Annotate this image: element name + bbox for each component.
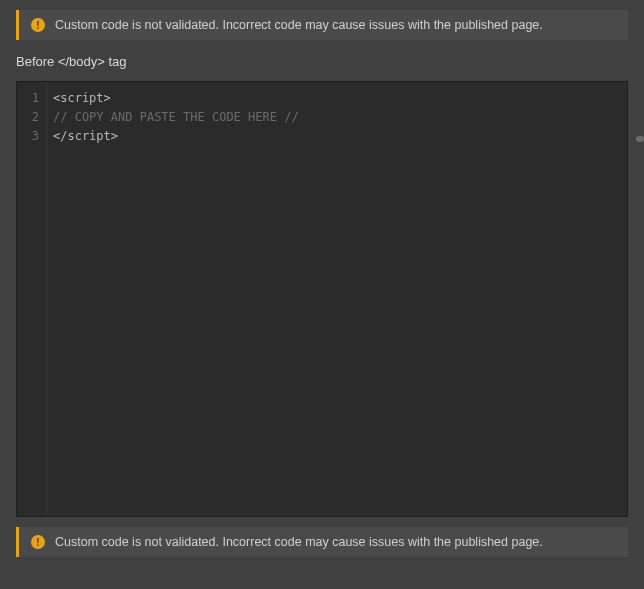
code-line: // COPY AND PASTE THE CODE HERE // [53, 110, 299, 124]
line-number: 2 [17, 108, 46, 127]
warning-text: Custom code is not validated. Incorrect … [55, 535, 543, 549]
code-editor[interactable]: 1 2 3 <script> // COPY AND PASTE THE COD… [16, 81, 628, 517]
scrollbar-thumb[interactable] [636, 136, 644, 142]
line-number: 3 [17, 127, 46, 146]
warning-icon [31, 535, 45, 549]
code-content[interactable]: <script> // COPY AND PASTE THE CODE HERE… [47, 82, 627, 516]
code-gutter: 1 2 3 [17, 82, 47, 516]
line-number: 1 [17, 89, 46, 108]
section-label-before-body: Before </body> tag [16, 54, 628, 69]
warning-text: Custom code is not validated. Incorrect … [55, 18, 543, 32]
code-line: <script> [53, 91, 111, 105]
warning-alert-top: Custom code is not validated. Incorrect … [16, 10, 628, 40]
code-line: </script> [53, 129, 118, 143]
warning-alert-bottom: Custom code is not validated. Incorrect … [16, 527, 628, 557]
warning-icon [31, 18, 45, 32]
